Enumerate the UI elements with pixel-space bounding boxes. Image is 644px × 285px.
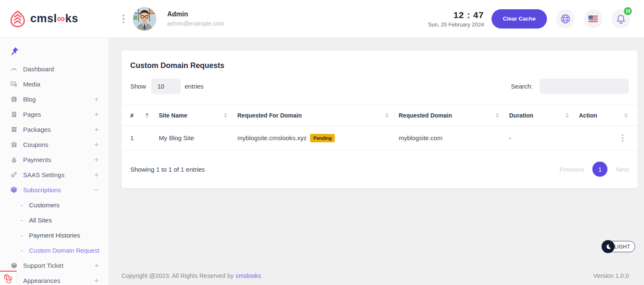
notification-count-badge: 19 [624, 7, 632, 15]
sort-icon[interactable] [145, 113, 149, 118]
sidebar-item-saas-settings[interactable]: SAAS Settings + [0, 167, 109, 182]
user-email: admin@example.com [167, 20, 224, 27]
sidebar: Dashboard Media Blog + Pages + Packages … [0, 38, 109, 285]
main-content: Custom Domain Requests Show 10 entries S… [109, 38, 644, 285]
laravel-debugbar-toggle[interactable] [0, 271, 17, 285]
table-header-row: # Site Name Requested For Domain Request… [121, 105, 638, 126]
coupons-icon [10, 141, 18, 148]
subscriptions-icon [10, 186, 18, 193]
expand-plus-icon[interactable]: + [94, 277, 99, 285]
globe-icon [560, 13, 571, 24]
pagination: Previous 1 Next [560, 162, 629, 177]
sidebar-item-media[interactable]: Media [0, 76, 109, 92]
media-icon [10, 80, 18, 88]
status-badge: Pending [310, 134, 335, 142]
user-avatar[interactable] [133, 7, 156, 31]
column-header-action[interactable]: Action [579, 112, 638, 119]
moon-icon [602, 240, 615, 253]
expand-plus-icon[interactable]: + [94, 95, 99, 103]
cell-duration: - [509, 134, 579, 141]
custom-domain-requests-card: Custom Domain Requests Show 10 entries S… [121, 50, 638, 188]
search-input[interactable] [539, 78, 629, 94]
footer: Copyright @2023. All Rights Reserved byc… [109, 272, 644, 279]
copyright-text: Copyright @2023. All Rights Reserved byc… [121, 272, 261, 279]
expand-plus-icon[interactable]: + [94, 171, 99, 179]
sidebar-item-subscriptions[interactable]: Subscriptions − [0, 182, 109, 197]
notifications-button[interactable]: 19 [612, 10, 630, 28]
sidebar-subitem-customers[interactable]: - Customers [0, 197, 109, 212]
clock-time: 12 : 47 [428, 10, 484, 20]
expand-plus-icon[interactable]: + [94, 126, 99, 133]
clock: 12 : 47 Sun, 25 February 2024 [428, 10, 484, 28]
user-name: Admin [167, 10, 224, 18]
theme-toggle[interactable]: LIGHT [602, 240, 635, 253]
sidebar-item-packages[interactable]: Packages + [0, 122, 109, 137]
footer-brand-link[interactable]: cmslooks [236, 272, 261, 279]
packages-icon [10, 126, 18, 133]
blog-icon [10, 95, 18, 103]
top-header: cmsl∞ks [0, 0, 644, 38]
user-info: Admin admin@example.com [167, 10, 224, 27]
us-flag-icon [589, 16, 598, 22]
sort-icon[interactable] [224, 113, 227, 118]
pin-icon[interactable] [9, 46, 19, 56]
row-action-dots-icon[interactable] [620, 133, 625, 144]
brand-logo[interactable]: cmsl∞ks [0, 0, 109, 37]
sidebar-nav: Dashboard Media Blog + Pages + Packages … [0, 61, 109, 285]
sort-icon[interactable] [624, 113, 628, 118]
sidebar-item-coupons[interactable]: Coupons + [0, 137, 109, 152]
support-ticket-icon [10, 261, 18, 269]
saas-settings-icon [10, 171, 18, 178]
table-row: 1 My Blog Site myblogsite.cmslooks.xyz P… [121, 126, 638, 150]
expand-plus-icon[interactable]: + [94, 110, 99, 118]
column-header-site-name[interactable]: Site Name [159, 112, 237, 119]
laravel-icon [3, 273, 13, 283]
expand-plus-icon[interactable]: + [94, 156, 99, 164]
pagination-previous[interactable]: Previous [560, 166, 584, 173]
sidebar-subitem-all-sites[interactable]: - All Sites [0, 212, 109, 227]
version-text: Version 1.0.0 [593, 272, 629, 279]
sidebar-item-pages[interactable]: Pages + [0, 107, 109, 122]
sidebar-collapse-dots-icon[interactable] [122, 12, 125, 26]
page-length-select[interactable]: 10 [151, 78, 181, 94]
expand-plus-icon[interactable]: + [94, 141, 99, 149]
column-header-index[interactable]: # [121, 112, 159, 119]
pagination-page-1[interactable]: 1 [592, 162, 607, 177]
sidebar-item-dashboard[interactable]: Dashboard [0, 61, 109, 76]
infinity-glyph: ∞ [57, 12, 66, 25]
column-header-duration[interactable]: Duration [509, 112, 579, 119]
cell-requested-for-domain: myblogsite.cmslooks.xyz Pending [237, 134, 399, 142]
cell-requested-domain: myblogsite.com [399, 134, 509, 141]
flag-button[interactable] [584, 10, 602, 28]
sidebar-subitem-payment-histories[interactable]: - Payment Histories [0, 227, 109, 243]
column-header-requested-domain[interactable]: Requested Domain [399, 112, 509, 119]
expand-plus-icon[interactable]: + [94, 261, 99, 269]
pages-icon [10, 110, 18, 118]
brand-name: cmsl∞ks [30, 12, 78, 25]
sort-icon[interactable] [385, 113, 389, 118]
sort-icon[interactable] [565, 113, 569, 118]
column-header-requested-for-domain[interactable]: Requested For Domain [237, 112, 399, 119]
search-label: Search: [511, 83, 533, 90]
cell-index: 1 [121, 134, 159, 141]
table-info: Showing 1 to 1 of 1 entries [130, 166, 205, 173]
requests-table: # Site Name Requested For Domain Request… [121, 105, 638, 150]
language-button[interactable] [556, 10, 575, 28]
leaf-logo-icon [8, 9, 27, 29]
cell-action [579, 133, 638, 144]
bell-icon [615, 13, 626, 24]
entries-label: entries [185, 83, 204, 90]
payments-icon [10, 156, 18, 163]
avatar-image [133, 7, 156, 31]
collapse-minus-icon[interactable]: − [94, 186, 99, 194]
page-title: Custom Domain Requests [121, 50, 638, 70]
sort-icon[interactable] [496, 113, 499, 118]
cell-site-name: My Blog Site [159, 134, 237, 141]
dashboard-icon [10, 65, 18, 73]
pagination-next[interactable]: Next [616, 166, 629, 173]
clear-cache-button[interactable]: Clear Cache [492, 9, 547, 29]
sidebar-subitem-custom-domain-request[interactable]: - Custom Domain Request [0, 243, 109, 258]
sidebar-item-blog[interactable]: Blog + [0, 92, 109, 107]
clock-date: Sun, 25 February 2024 [428, 21, 484, 28]
sidebar-item-payments[interactable]: Payments + [0, 152, 109, 167]
